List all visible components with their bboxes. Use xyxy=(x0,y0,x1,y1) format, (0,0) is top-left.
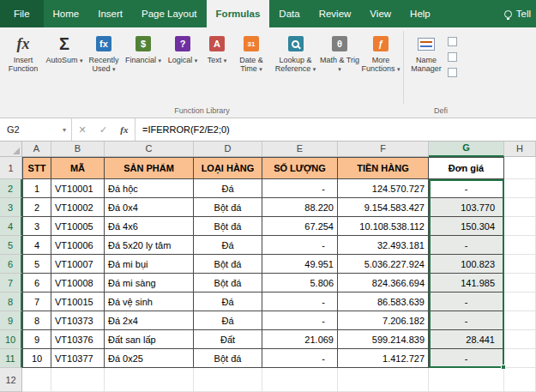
cell-D8[interactable]: Đá xyxy=(194,292,262,311)
cell-F2[interactable]: 124.570.727 xyxy=(338,179,429,198)
row-header-1[interactable]: 1 xyxy=(0,157,22,179)
cell-B7[interactable]: VT10008 xyxy=(51,274,105,292)
financial-button[interactable]: $ Financial ▾ xyxy=(123,27,163,105)
col-header-D[interactable]: D xyxy=(194,142,262,157)
col-header-E[interactable]: E xyxy=(262,142,338,157)
autosum-button[interactable]: Σ AutoSum ▾ xyxy=(45,27,84,105)
cell-E11[interactable]: - xyxy=(262,349,338,368)
cell-C7[interactable]: Đá mi sàng xyxy=(105,274,194,292)
tab-review[interactable]: Review xyxy=(310,0,361,27)
cell-H6[interactable] xyxy=(504,255,536,274)
insert-function-fx-button[interactable]: fx xyxy=(120,124,128,135)
cell-E8[interactable]: - xyxy=(262,292,338,311)
row-header-11[interactable]: 11 xyxy=(0,349,22,368)
create-from-selection-item[interactable] xyxy=(448,67,477,78)
cell-D5[interactable]: Đá xyxy=(194,236,262,255)
cell-B5[interactable]: VT10006 xyxy=(51,236,105,255)
tab-help[interactable]: Help xyxy=(400,0,440,27)
row-header-9[interactable]: 9 xyxy=(0,311,22,330)
cell-B9[interactable]: VT10373 xyxy=(51,311,105,330)
cell-A3[interactable]: 2 xyxy=(22,198,51,217)
row-header-6[interactable]: 6 xyxy=(0,255,22,274)
cell-A8[interactable]: 7 xyxy=(22,292,51,311)
cell-A11[interactable]: 10 xyxy=(22,349,51,368)
col-header-C[interactable]: C xyxy=(105,142,194,157)
row-header-10[interactable]: 10 xyxy=(0,330,22,349)
tab-insert[interactable]: Insert xyxy=(88,0,132,27)
cell-D6[interactable]: Bột đá xyxy=(194,255,262,274)
tab-file[interactable]: File xyxy=(0,0,44,27)
cell-E7[interactable]: 5.806 xyxy=(262,274,338,292)
cell-D9[interactable]: Đá xyxy=(194,311,262,330)
cell-H7[interactable] xyxy=(504,274,536,292)
row-header-5[interactable]: 5 xyxy=(0,236,22,255)
cell-B8[interactable]: VT10015 xyxy=(51,292,105,311)
cell-E10[interactable]: 21.069 xyxy=(262,330,338,349)
cancel-button[interactable]: ✕ xyxy=(79,124,87,136)
cell-D7[interactable]: Bột đá xyxy=(194,274,262,292)
tab-data[interactable]: Data xyxy=(269,0,309,27)
cell-F12[interactable] xyxy=(338,368,429,392)
more-functions-button[interactable]: ƒ More Functions ▾ xyxy=(359,27,402,105)
cell-H9[interactable] xyxy=(504,311,536,330)
cell-H4[interactable] xyxy=(504,217,536,236)
col-header-F[interactable]: F xyxy=(338,142,429,157)
tell-me-box[interactable]: Tell xyxy=(504,0,536,27)
cell-F6[interactable]: 5.036.227.924 xyxy=(338,255,429,274)
cell-D2[interactable]: Đá xyxy=(194,179,262,198)
cell-F4[interactable]: 10.108.538.112 xyxy=(338,217,429,236)
cell-C4[interactable]: Đá 4x6 xyxy=(105,217,194,236)
row-header-2[interactable]: 2 xyxy=(0,179,22,198)
cell-A7[interactable]: 6 xyxy=(22,274,51,292)
row-header-4[interactable]: 4 xyxy=(0,217,22,236)
insert-function-button[interactable]: fx Insert Function xyxy=(2,27,45,105)
cell-C8[interactable]: Đá vệ sinh xyxy=(105,292,194,311)
tab-formulas[interactable]: Formulas xyxy=(207,0,270,27)
cell-E6[interactable]: 49.951 xyxy=(262,255,338,274)
cell-B2[interactable]: VT10001 xyxy=(51,179,105,198)
col-header-H[interactable]: H xyxy=(504,142,536,157)
cell-A12[interactable] xyxy=(22,368,51,392)
cell-E4[interactable]: 67.254 xyxy=(262,217,338,236)
date-time-button[interactable]: 31 Date & Time ▾ xyxy=(232,27,271,105)
col-header-G[interactable]: G xyxy=(429,142,504,157)
cell-A4[interactable]: 3 xyxy=(22,217,51,236)
cell-E3[interactable]: 88.220 xyxy=(262,198,338,217)
name-box-dropdown-icon[interactable]: ▾ xyxy=(63,126,71,134)
row-header-3[interactable]: 3 xyxy=(0,198,22,217)
cell-C9[interactable]: Đá 2x4 xyxy=(105,311,194,330)
col-header-A[interactable]: A xyxy=(22,142,51,157)
enter-button[interactable]: ✓ xyxy=(99,124,107,136)
col-header-B[interactable]: B xyxy=(51,142,105,157)
cell-F3[interactable]: 9.154.583.427 xyxy=(338,198,429,217)
tab-view[interactable]: View xyxy=(360,0,400,27)
cell-H2[interactable] xyxy=(504,179,536,198)
cell-H1[interactable] xyxy=(504,157,536,179)
tab-home[interactable]: Home xyxy=(44,0,89,27)
cell-C12[interactable] xyxy=(105,368,194,392)
cell-B10[interactable]: VT10376 xyxy=(51,330,105,349)
selection-range[interactable] xyxy=(429,179,504,368)
logical-button[interactable]: ? Logical ▾ xyxy=(163,27,202,105)
cell-C10[interactable]: Đất san lấp xyxy=(105,330,194,349)
cell-H3[interactable] xyxy=(504,198,536,217)
cell-F5[interactable]: 32.493.181 xyxy=(338,236,429,255)
cell-E5[interactable]: - xyxy=(262,236,338,255)
use-in-formula-item[interactable] xyxy=(448,51,477,63)
cell-D10[interactable]: Đất xyxy=(194,330,262,349)
cell-B3[interactable]: VT10002 xyxy=(51,198,105,217)
tab-page-layout[interactable]: Page Layout xyxy=(132,0,207,27)
cell-C2[interactable]: Đá hộc xyxy=(105,179,194,198)
cell-B11[interactable]: VT10377 xyxy=(51,349,105,368)
row-header-7[interactable]: 7 xyxy=(0,274,22,292)
cell-B6[interactable]: VT10007 xyxy=(51,255,105,274)
name-manager-button[interactable]: Name Manager xyxy=(405,27,448,105)
cell-H11[interactable] xyxy=(504,349,536,368)
lookup-reference-button[interactable]: Lookup & Reference ▾ xyxy=(271,27,320,105)
cell-H8[interactable] xyxy=(504,292,536,311)
formula-input[interactable]: =IFERROR(F2/E2;0) xyxy=(136,118,536,141)
cell-A5[interactable]: 4 xyxy=(22,236,51,255)
cell-C11[interactable]: Đá 0x25 xyxy=(105,349,194,368)
cell-H12[interactable] xyxy=(504,368,536,392)
cell-A6[interactable]: 5 xyxy=(22,255,51,274)
